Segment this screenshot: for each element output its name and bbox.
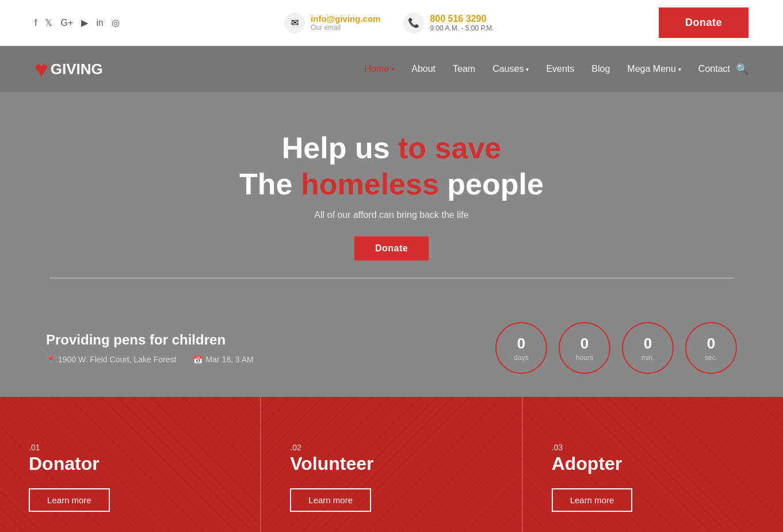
volunteer-learn-more-button[interactable]: Learn more	[290, 488, 371, 512]
adopter-learn-more-button[interactable]: Learn more	[552, 488, 633, 512]
nav-link-home[interactable]: Home ▾	[365, 64, 395, 74]
card-volunteer-title: Volunteer	[290, 453, 373, 474]
contact-info: ✉ info@giving.com Our email 📞 800 516 32…	[284, 13, 494, 33]
nav-item-blog[interactable]: Blog	[591, 64, 610, 74]
logo-text: GIVING	[51, 60, 103, 78]
nav-item-home[interactable]: Home ▾	[365, 64, 395, 74]
countdown: 0 days 0 hours 0 min. 0 sec.	[495, 322, 737, 374]
event-location: 📍 1900 W. Field Court, Lake Forest	[46, 355, 176, 364]
card-adopter-title: Adopter	[552, 453, 633, 474]
navbar: ♥ GIVING Home ▾ About Team Causes ▾ Even…	[0, 46, 783, 92]
hero-title: Help us to save The homeless people	[239, 130, 544, 202]
nav-item-contact[interactable]: Contact	[698, 64, 730, 74]
nav-link-causes[interactable]: Causes ▾	[492, 64, 529, 74]
nav-item-team[interactable]: Team	[453, 64, 475, 74]
card-donator: .01 Donator Learn more	[0, 397, 260, 532]
email-contact: ✉ info@giving.com Our email	[284, 13, 380, 33]
event-meta: 📍 1900 W. Field Court, Lake Forest 📅 Mar…	[46, 355, 472, 364]
chevron-down-icon: ▾	[526, 66, 529, 72]
event-date: 📅 Mar 18, 3 AM	[193, 355, 253, 364]
logo-heart-icon: ♥	[35, 58, 48, 81]
event-section: Providing pens for children 📍 1900 W. Fi…	[0, 305, 783, 397]
hero-divider	[49, 278, 734, 278]
card-adopter-number: .03	[552, 443, 633, 452]
email-icon: ✉	[284, 13, 305, 33]
hero-subtitle: All of our afford can bring back the lif…	[314, 210, 468, 220]
nav-item-causes[interactable]: Causes ▾	[492, 64, 529, 74]
hero-section: Help us to save The homeless people All …	[0, 92, 783, 305]
nav-link-about[interactable]: About	[411, 64, 436, 74]
hero-donate-button[interactable]: Donate	[354, 236, 429, 261]
card-volunteer-number: .02	[290, 443, 373, 452]
countdown-days: 0 days	[495, 322, 547, 374]
phone-hours: 9:00 A.M. - 5:00 P.M.	[430, 24, 494, 32]
twitter-icon[interactable]: 𝕏	[45, 17, 52, 28]
phone-number[interactable]: 800 516 3290	[430, 14, 494, 24]
chevron-down-icon: ▾	[678, 66, 681, 72]
donator-learn-more-button[interactable]: Learn more	[29, 488, 110, 512]
nav-link-team[interactable]: Team	[453, 64, 475, 74]
event-info: Providing pens for children 📍 1900 W. Fi…	[46, 332, 472, 364]
calendar-icon: 📅	[193, 355, 203, 364]
countdown-minutes: 0 min.	[622, 322, 674, 374]
logo[interactable]: ♥ GIVING	[35, 58, 103, 81]
chevron-down-icon: ▾	[391, 66, 394, 72]
card-donator-number: .01	[29, 443, 110, 452]
nav-link-contact[interactable]: Contact	[698, 64, 730, 74]
nav-link-mega-menu[interactable]: Mega Menu ▾	[627, 64, 681, 74]
search-icon[interactable]: 🔍	[736, 63, 748, 75]
nav-item-mega-menu[interactable]: Mega Menu ▾	[627, 64, 681, 74]
event-title: Providing pens for children	[46, 332, 472, 348]
youtube-icon[interactable]: ▶	[81, 17, 88, 28]
email-address[interactable]: info@giving.com	[311, 14, 380, 24]
nav-item-events[interactable]: Events	[546, 64, 574, 74]
card-adopter: .03 Adopter Learn more	[523, 397, 783, 532]
facebook-icon[interactable]: f	[35, 18, 37, 28]
location-icon: 📍	[46, 355, 55, 364]
googleplus-icon[interactable]: G+	[60, 18, 73, 28]
social-icons: f 𝕏 G+ ▶ in ◎	[35, 17, 120, 28]
nav-link-events[interactable]: Events	[546, 64, 574, 74]
rss-icon[interactable]: ◎	[112, 17, 120, 28]
email-sublabel: Our email	[311, 24, 380, 32]
countdown-hours: 0 hours	[559, 322, 610, 374]
card-volunteer-content: .02 Volunteer Learn more	[290, 443, 373, 512]
phone-icon: 📞	[403, 13, 424, 33]
nav-links: Home ▾ About Team Causes ▾ Events Blog M…	[365, 64, 730, 74]
countdown-seconds: 0 sec.	[685, 322, 737, 374]
top-bar: f 𝕏 G+ ▶ in ◎ ✉ info@giving.com Our emai…	[0, 0, 783, 46]
donate-button-top[interactable]: Donate	[659, 7, 748, 38]
card-volunteer: .02 Volunteer Learn more	[260, 397, 522, 532]
linkedin-icon[interactable]: in	[96, 18, 103, 28]
cards-section: .01 Donator Learn more .02 Volunteer Lea…	[0, 397, 783, 532]
card-adopter-content: .03 Adopter Learn more	[552, 443, 633, 512]
nav-link-blog[interactable]: Blog	[591, 64, 610, 74]
nav-item-about[interactable]: About	[411, 64, 436, 74]
phone-contact: 📞 800 516 3290 9:00 A.M. - 5:00 P.M.	[403, 13, 494, 33]
card-donator-title: Donator	[29, 453, 110, 474]
card-donator-content: .01 Donator Learn more	[29, 443, 110, 512]
